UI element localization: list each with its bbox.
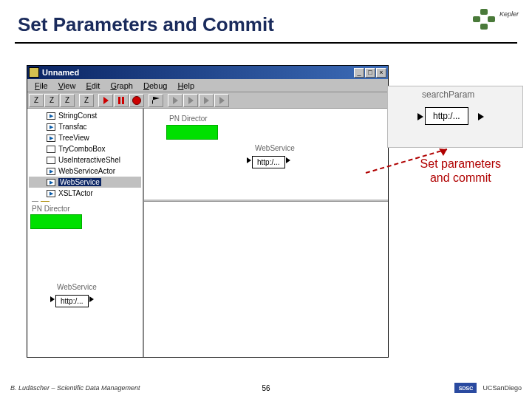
page-number: 56 <box>262 384 270 392</box>
app-window: Unnamed _ □ × File View Edit Graph Debug… <box>27 65 389 358</box>
zoom-button-2[interactable]: Z <box>44 94 59 107</box>
maximize-button[interactable]: □ <box>365 68 375 78</box>
step-button-3[interactable] <box>199 94 214 107</box>
window-title: Unnamed <box>42 68 354 77</box>
sdsc-logo: SDSC <box>454 383 477 393</box>
tree-item-treeview[interactable]: ▶TreeView <box>29 132 141 143</box>
callout-actor-box[interactable]: http:/... <box>425 107 468 125</box>
step-icon <box>204 97 209 104</box>
actor-icon: ▶ <box>47 123 55 131</box>
stop-button[interactable] <box>129 94 144 107</box>
port-out-icon <box>89 296 94 302</box>
tree-item-webservice[interactable]: ▶WebService <box>29 177 141 188</box>
actor-pndirector-bottom[interactable] <box>30 214 82 229</box>
port-out-icon <box>478 113 484 120</box>
actor-label-webservice-bottom: WebService <box>57 283 97 291</box>
step-button-2[interactable] <box>183 94 198 107</box>
port-in-icon <box>50 296 55 302</box>
annotation-text: Set parametersand commit <box>420 157 501 185</box>
play-button[interactable] <box>98 94 113 107</box>
step-icon <box>219 97 225 104</box>
actor-icon: ▶ <box>47 112 55 120</box>
actor-webservice-http-bottom[interactable]: http:/... <box>55 295 89 307</box>
ucsd-logo: UCSanDiego <box>482 384 522 392</box>
kepler-logo: Kepler <box>473 9 517 33</box>
actor-icon <box>47 146 55 153</box>
port-out-icon <box>286 157 290 163</box>
tree-item-useinteractive[interactable]: UseInteractiveShel <box>29 154 141 166</box>
minimize-button[interactable]: _ <box>354 68 364 78</box>
canvas-splitter[interactable] <box>144 199 388 202</box>
menu-help[interactable]: Help <box>173 81 199 91</box>
actor-label-webservice-top: WebService <box>255 144 295 152</box>
actor-webservice-http-top[interactable]: http:/... <box>252 156 285 168</box>
callout-searchparam: searchParam http:/... <box>387 86 523 148</box>
footer: B. Ludäscher – Scientific Data Managemen… <box>10 383 522 393</box>
callout-label: searchParam <box>422 89 474 100</box>
actor-icon: ▶ <box>47 168 55 175</box>
port-in-icon <box>247 157 251 163</box>
footer-author: B. Ludäscher – Scientific Data Managemen… <box>10 384 140 392</box>
step-button-4[interactable] <box>214 94 229 107</box>
zoom-button-3[interactable]: Z <box>60 94 75 107</box>
stop-icon <box>132 96 141 105</box>
tree-item-xsltactor[interactable]: ▶XSLTActor <box>29 188 141 199</box>
actor-icon: ▶ <box>47 134 55 142</box>
slide-title: Set Parameters and Commit <box>0 0 532 42</box>
flag-button[interactable] <box>149 94 163 107</box>
port-in-icon <box>417 113 423 120</box>
titlebar: Unnamed _ □ × <box>27 66 388 79</box>
menu-graph[interactable]: Graph <box>106 81 137 91</box>
menu-view[interactable]: View <box>54 81 81 91</box>
tree-item-trycombobox[interactable]: TryComboBox <box>29 143 141 154</box>
menu-debug[interactable]: Debug <box>139 81 171 91</box>
menu-file[interactable]: File <box>30 81 52 91</box>
close-button[interactable]: × <box>376 68 386 78</box>
actor-pndirector-top[interactable] <box>166 125 218 140</box>
tree-item-webserviceactor[interactable]: ▶WebServiceActor <box>29 166 141 177</box>
kepler-logo-text: Kepler <box>499 10 519 18</box>
tree-item-stringconst[interactable]: ▶StringConst <box>29 110 141 121</box>
actor-icon: ▶ <box>47 179 55 186</box>
pause-button[interactable] <box>114 94 129 107</box>
workflow-canvas[interactable]: PN Director WebService http:/... PN Dire… <box>144 109 388 357</box>
toolbar: Z Z Z Z <box>27 92 388 109</box>
actor-label-pndirector-top: PN Director <box>169 115 208 123</box>
menubar: File View Edit Graph Debug Help <box>27 79 388 92</box>
zoom-button-1[interactable]: Z <box>29 94 44 107</box>
actor-icon <box>47 157 55 164</box>
svg-marker-1 <box>439 149 447 156</box>
step-icon <box>173 97 178 104</box>
menu-edit[interactable]: Edit <box>81 81 104 91</box>
step-button-1[interactable] <box>168 94 183 107</box>
flag-icon <box>152 97 160 104</box>
play-icon <box>103 97 109 104</box>
pause-icon <box>118 97 124 104</box>
step-icon <box>188 97 194 104</box>
actor-label-pndirector-bottom: PN Director <box>27 202 143 213</box>
actor-icon: ▶ <box>47 190 55 197</box>
app-icon <box>29 67 39 78</box>
title-divider <box>15 42 517 44</box>
zoom-button-4[interactable]: Z <box>79 94 94 107</box>
tree-item-transfac[interactable]: ▶Transfac <box>29 121 141 132</box>
